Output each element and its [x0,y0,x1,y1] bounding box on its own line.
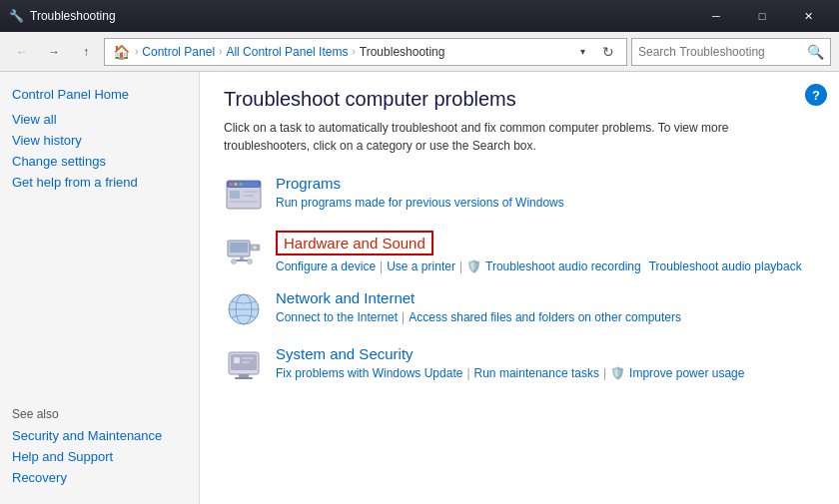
window-controls: ─ □ ✕ [693,0,831,32]
windows-update-link[interactable]: Fix problems with Windows Update [276,366,462,380]
troubleshoot-recording-link[interactable]: Troubleshoot audio recording [485,259,641,273]
svg-point-16 [232,259,237,264]
sidebar-recovery[interactable]: Recovery [12,467,187,488]
close-button[interactable]: ✕ [785,0,831,32]
svg-rect-9 [230,201,258,203]
connect-internet-link[interactable]: Connect to the Internet [276,310,398,324]
maintenance-tasks-link[interactable]: Run maintenance tasks [474,366,599,380]
address-sep-1: › [135,46,138,57]
search-box[interactable]: 🔍 [631,38,831,66]
programs-subtitle-link[interactable]: Run programs made for previous versions … [276,196,564,210]
address-sep-2: › [219,46,222,57]
troubleshoot-playback-link[interactable]: Troubleshoot audio playback [649,259,802,273]
category-system-security: System and Security Fix problems with Wi… [224,345,815,385]
svg-rect-6 [230,191,240,199]
sidebar-view-all[interactable]: View all [12,109,187,130]
svg-rect-26 [239,374,249,377]
app-icon: 🔧 [8,8,24,24]
address-bar: 🏠 › Control Panel › All Control Panel It… [104,38,627,66]
svg-point-4 [235,183,238,186]
sep4: | [466,366,469,380]
svg-rect-27 [235,377,253,379]
category-network-internet: Network and Internet Connect to the Inte… [224,289,815,329]
network-internet-info: Network and Internet Connect to the Inte… [276,289,815,324]
sidebar-change-settings[interactable]: Change settings [12,151,187,172]
help-button[interactable]: ? [805,84,827,106]
sidebar-links-section: View all View history Change settings Ge… [0,109,199,193]
back-button[interactable]: ← [8,38,36,66]
sep2: | [459,259,462,273]
sidebar-home-section: Control Panel Home [0,84,199,105]
dropdown-button[interactable]: ▾ [572,42,592,62]
sidebar-view-history[interactable]: View history [12,130,187,151]
address-current: Troubleshooting [360,45,445,59]
sidebar-security-maintenance[interactable]: Security and Maintenance [12,425,187,446]
address-all-items[interactable]: All Control Panel Items [226,45,348,59]
svg-rect-24 [242,357,254,359]
refresh-button[interactable]: ↻ [596,40,620,64]
address-sep-3: › [352,46,355,57]
sep3: | [402,310,405,324]
svg-point-17 [248,259,253,264]
svg-rect-2 [229,182,259,187]
sidebar-control-panel-home[interactable]: Control Panel Home [12,84,187,105]
see-also-label: See also [12,407,187,421]
page-title: Troubleshoot computer problems [224,88,815,111]
svg-rect-8 [244,195,254,197]
maximize-button[interactable]: □ [739,0,785,32]
hardware-sound-links: Configure a device | Use a printer | 🛡️ … [276,259,815,273]
hardware-sound-title[interactable]: Hardware and Sound [276,231,433,255]
sidebar: Control Panel Home View all View history… [0,72,200,504]
search-icon: 🔍 [807,44,824,60]
network-icon [224,289,264,329]
category-hardware-sound: Hardware and Sound Configure a device | … [224,231,815,273]
svg-rect-14 [240,256,244,259]
system-security-title[interactable]: System and Security [276,345,815,362]
sidebar-get-help[interactable]: Get help from a friend [12,172,187,193]
shield-icon-1: 🛡️ [466,259,481,273]
nav-bar: ← → ↑ 🏠 › Control Panel › All Control Pa… [0,32,839,72]
system-security-icon [224,345,264,385]
category-programs: Programs Run programs made for previous … [224,175,815,215]
use-printer-link[interactable]: Use a printer [387,259,455,273]
minimize-button[interactable]: ─ [693,0,739,32]
system-security-links: Fix problems with Windows Update | Run m… [276,366,815,380]
main-area: Control Panel Home View all View history… [0,72,839,504]
svg-rect-15 [236,259,248,261]
programs-title[interactable]: Programs [276,175,815,192]
search-input[interactable] [638,45,803,59]
sep1: | [380,259,383,273]
configure-device-link[interactable]: Configure a device [276,259,376,273]
svg-point-5 [240,183,243,186]
forward-button[interactable]: → [40,38,68,66]
programs-icon [224,175,264,215]
svg-rect-7 [244,191,258,193]
system-security-info: System and Security Fix problems with Wi… [276,345,815,380]
window-title: Troubleshooting [30,9,693,23]
svg-rect-23 [234,357,240,363]
programs-info: Programs Run programs made for previous … [276,175,815,210]
svg-point-3 [230,183,233,186]
network-internet-links: Connect to the Internet | Access shared … [276,310,815,324]
hardware-icon [224,231,264,270]
hardware-sound-info: Hardware and Sound Configure a device | … [276,231,815,273]
programs-subtitle: Run programs made for previous versions … [276,196,815,210]
shield-icon-2: 🛡️ [610,366,625,380]
network-internet-title[interactable]: Network and Internet [276,289,815,306]
sep5: | [603,366,606,380]
address-control-panel[interactable]: Control Panel [142,45,215,59]
home-icon-small: 🏠 [111,42,131,62]
svg-rect-11 [230,243,248,252]
svg-rect-25 [242,361,250,363]
page-description: Click on a task to automatically trouble… [224,119,815,155]
svg-point-13 [253,246,257,250]
access-shared-link[interactable]: Access shared files and folders on other… [409,310,681,324]
sidebar-help-support[interactable]: Help and Support [12,446,187,467]
up-button[interactable]: ↑ [72,38,100,66]
sidebar-see-also: See also Security and Maintenance Help a… [0,399,199,492]
title-bar: 🔧 Troubleshooting ─ □ ✕ [0,0,839,32]
content-area: ? Troubleshoot computer problems Click o… [200,72,839,504]
power-usage-link[interactable]: Improve power usage [629,366,744,380]
